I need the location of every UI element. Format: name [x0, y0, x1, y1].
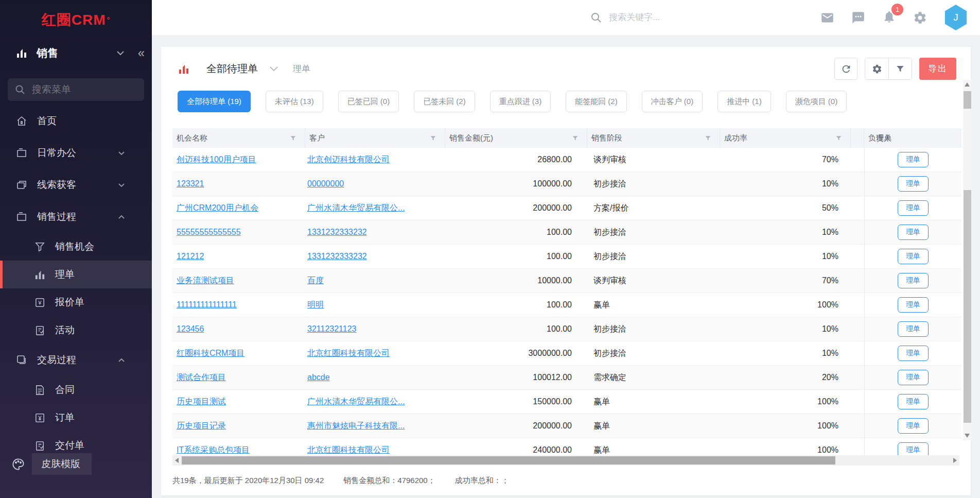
- lidan-action-button[interactable]: 理单: [898, 394, 929, 409]
- filter-icon[interactable]: [705, 135, 711, 142]
- table-row[interactable]: 广州CRM200用户机会 广州水清木华贸易有限公... 200000.00 方案…: [172, 196, 961, 220]
- opportunity-link[interactable]: 创迈科技100用户项目: [177, 154, 256, 165]
- filter-button[interactable]: [888, 58, 912, 79]
- lidan-action-button[interactable]: 理单: [898, 442, 929, 455]
- table-scrollbar-thumb[interactable]: [964, 190, 971, 423]
- scroll-down-arrow-icon[interactable]: [965, 434, 970, 438]
- opportunity-link[interactable]: 123456: [177, 324, 204, 334]
- chat-icon[interactable]: [851, 11, 865, 25]
- opportunity-link[interactable]: 业务流测试项目: [177, 276, 234, 286]
- chevron-down-icon[interactable]: [269, 66, 278, 72]
- sidebar-search[interactable]: [8, 78, 144, 101]
- sidebar-item-lead-acquisition[interactable]: 线索获客: [0, 169, 152, 201]
- export-button[interactable]: 导出: [919, 58, 956, 80]
- customer-link[interactable]: 惠州市魅炫电子科技有限...: [307, 421, 405, 432]
- customer-link[interactable]: 1331232333232: [307, 252, 367, 261]
- customer-link[interactable]: 百度: [307, 276, 324, 286]
- scroll-right-arrow-icon[interactable]: [953, 458, 957, 463]
- global-search-input[interactable]: [609, 12, 696, 23]
- sidebar-item-lidan[interactable]: 理单: [0, 261, 152, 288]
- customer-link[interactable]: 1331232333232: [307, 228, 367, 237]
- lidan-action-button[interactable]: 理单: [898, 225, 929, 240]
- module-selector[interactable]: 销售 «: [0, 40, 152, 63]
- sidebar-item-activity[interactable]: 活动: [0, 316, 152, 344]
- tab-attack-customer[interactable]: 冲击客户 (0): [642, 91, 703, 112]
- customer-link[interactable]: 广州水清木华贸易有限公...: [307, 203, 405, 214]
- opportunity-link[interactable]: IT系统采购总包项目: [177, 445, 250, 456]
- lidan-action-button[interactable]: 理单: [898, 321, 929, 337]
- customer-link[interactable]: 00000000: [307, 179, 344, 188]
- filter-icon[interactable]: [572, 135, 579, 142]
- opportunity-link[interactable]: 123321: [177, 179, 204, 188]
- lidan-action-button[interactable]: 理单: [898, 297, 929, 313]
- lidan-action-button[interactable]: 理单: [898, 418, 929, 434]
- filter-icon[interactable]: [290, 135, 296, 142]
- table-row[interactable]: 55555555555555 1331232333232 100.00 初步接洽…: [172, 220, 961, 245]
- opportunity-link[interactable]: 历史项目测试: [177, 397, 226, 407]
- opportunity-link[interactable]: 121212: [177, 252, 204, 261]
- tab-signed-not-returned[interactable]: 已签未回 (2): [414, 91, 475, 112]
- table-row[interactable]: 红圈科技CRM项目 北京红圈科技有限公司 3000000.00 初步接洽 10%…: [172, 341, 961, 366]
- customer-link[interactable]: 北京红圈科技有限公司: [307, 445, 390, 456]
- table-row[interactable]: 测试合作项目 abcde 100012.00 需求确定 20% 理单: [172, 366, 961, 390]
- customer-link[interactable]: 北京创迈科技有限公司: [307, 154, 390, 165]
- tab-signed-returned[interactable]: 已签已回 (0): [338, 91, 399, 112]
- column-settings-button[interactable]: [865, 58, 888, 79]
- sidebar-item-sales-opportunity[interactable]: 销售机会: [0, 233, 152, 261]
- sidebar-item-contract[interactable]: 合同: [0, 376, 152, 404]
- scroll-left-arrow-icon[interactable]: [175, 458, 179, 463]
- horizontal-scrollbar[interactable]: [172, 455, 959, 466]
- table-row[interactable]: 业务流测试项目 百度 10000.00 谈判审核 70% 理单: [172, 269, 961, 293]
- tab-not-evaluated[interactable]: 未评估 (13): [266, 91, 323, 112]
- opportunity-link[interactable]: 红圈科技CRM项目: [177, 348, 244, 359]
- mail-icon[interactable]: [820, 11, 834, 25]
- horizontal-scrollbar-thumb[interactable]: [182, 456, 835, 465]
- opportunity-link[interactable]: 测试合作项目: [177, 372, 226, 383]
- opportunity-link[interactable]: 广州CRM200用户机会: [177, 203, 258, 214]
- scroll-up-arrow-icon[interactable]: [965, 82, 970, 87]
- vertical-scrollbar[interactable]: [963, 80, 972, 440]
- table-row[interactable]: 历史项目测试 广州水清木华贸易有限公... 150000.00 赢单 100% …: [172, 390, 961, 414]
- lidan-action-button[interactable]: 理单: [898, 152, 929, 167]
- table-row[interactable]: IT系统采购总包项目 北京红圈科技有限公司 240000.00 赢单 100% …: [172, 438, 961, 455]
- customer-link[interactable]: 广州水清木华贸易有限公...: [307, 397, 405, 407]
- table-row[interactable]: 123321 00000000 100000.00 初步接洽 10% 理单: [172, 172, 961, 196]
- opportunity-link[interactable]: 55555555555555: [177, 228, 241, 237]
- lidan-action-button[interactable]: 理单: [898, 249, 929, 264]
- table-row[interactable]: 111111111111111 明明 100.00 赢单 100% 理单: [172, 293, 961, 317]
- lidan-action-button[interactable]: 理单: [898, 176, 929, 192]
- sidebar-collapse-button[interactable]: «: [138, 47, 145, 59]
- customer-link[interactable]: abcde: [307, 373, 330, 382]
- lidan-action-button[interactable]: 理单: [898, 370, 929, 385]
- table-row[interactable]: 创迈科技100用户项目 北京创迈科技有限公司 26800.00 谈判审核 70%…: [172, 148, 961, 172]
- sidebar-item-daily-office[interactable]: 日常办公: [0, 137, 152, 169]
- table-row[interactable]: 123456 32112321123 100.00 初步接洽 10% 理单: [172, 317, 961, 341]
- tab-endangered-project[interactable]: 濒危项目 (0): [786, 91, 847, 112]
- lidan-action-button[interactable]: 理单: [898, 273, 929, 288]
- sidebar-search-input[interactable]: [32, 84, 137, 95]
- lidan-action-button[interactable]: 理单: [898, 200, 929, 216]
- sidebar-item-order[interactable]: 订单: [0, 404, 152, 432]
- notifications[interactable]: 1: [882, 10, 896, 26]
- global-search[interactable]: [590, 12, 696, 23]
- user-avatar[interactable]: J: [944, 5, 968, 30]
- sidebar-item-sales-process[interactable]: 销售过程: [0, 201, 152, 233]
- opportunity-link[interactable]: 111111111111111: [177, 300, 237, 310]
- vertical-scrollbar-thumb[interactable]: [964, 91, 971, 109]
- skin-template-item[interactable]: 皮肤模版: [0, 453, 92, 475]
- table-row[interactable]: 121212 1331232333232 100.00 初步接洽 10% 理单: [172, 245, 961, 269]
- filter-icon[interactable]: [430, 135, 436, 142]
- table-row[interactable]: 历史项目记录 惠州市魅炫电子科技有限... 200000.00 赢单 100% …: [172, 414, 961, 438]
- tab-all-pending[interactable]: 全部待理单 (19): [178, 91, 251, 112]
- gear-icon[interactable]: [913, 11, 927, 25]
- sidebar-item-trade-process[interactable]: 交易过程: [0, 344, 152, 376]
- tab-key-follow-up[interactable]: 重点跟进 (3): [490, 91, 551, 112]
- sidebar-item-home[interactable]: 首页: [0, 105, 152, 137]
- customer-link[interactable]: 明明: [307, 300, 324, 311]
- tab-can-sign-return[interactable]: 能签能回 (2): [566, 91, 627, 112]
- filter-icon[interactable]: [835, 135, 842, 142]
- lidan-action-button[interactable]: 理单: [898, 346, 929, 361]
- refresh-button[interactable]: [834, 58, 857, 80]
- customer-link[interactable]: 北京红圈科技有限公司: [307, 348, 390, 359]
- tab-in-progress[interactable]: 推进中 (1): [717, 91, 771, 112]
